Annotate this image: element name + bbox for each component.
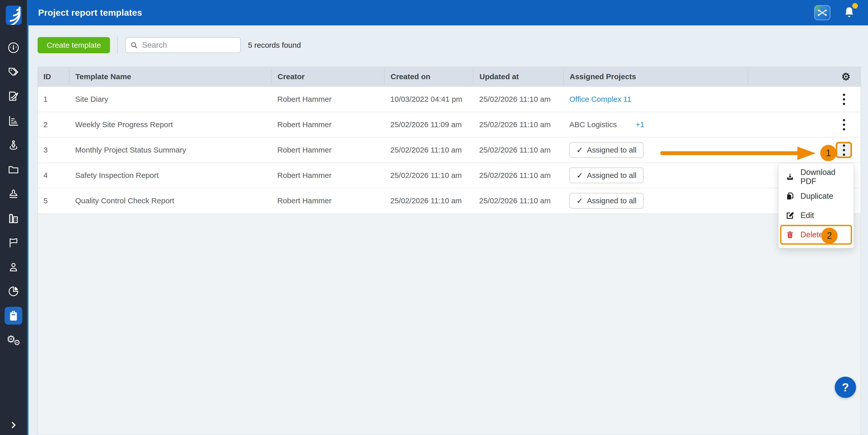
sidebar-item-companies[interactable] [0,206,27,230]
search-box [125,37,241,53]
pie-chart-icon [8,286,19,297]
cell-updated-at: 25/02/2026 11:10 am [473,171,563,180]
row-actions-kebab-button-highlighted[interactable] [836,142,852,158]
page-title: Project report templates [38,8,142,18]
edit-icon [786,211,794,220]
trash-icon [786,230,794,239]
stamp-icon [8,188,19,200]
table-row: 5 Quality Control Check Report Robert Ha… [38,188,861,214]
column-header-created-on[interactable]: Created on [384,69,473,84]
menu-item-label: Edit [801,211,814,220]
sidebar-item-site-location[interactable] [0,133,27,157]
row-actions-kebab-button[interactable] [836,91,852,107]
menu-item-download-pdf[interactable]: Download PDF [779,167,854,187]
toolbar: Create template 5 records found [38,37,301,53]
column-header-updated-at[interactable]: Updated at [473,69,563,84]
assigned-projects-more-link[interactable]: +1 [636,120,644,129]
assigned-to-all-badge: ✓ Assigned to all [569,168,644,183]
table-header-row: ID Template Name Creator Created on Upda… [38,66,861,87]
annotation-step-2: 2 [821,228,838,244]
templates-table-card: ID Template Name Creator Created on Upda… [38,66,861,435]
column-header-creator[interactable]: Creator [271,69,384,84]
sidebar-item-milestones[interactable] [0,230,27,255]
notifications-button[interactable] [844,6,855,19]
check-icon: ✓ [577,196,583,205]
menu-item-label: Download PDF [801,168,846,186]
flag-icon [8,237,19,248]
cell-created-on: 25/02/2026 11:09 am [384,120,473,129]
sidebar-item-approvals[interactable] [0,182,27,206]
toolbar-divider [117,37,118,54]
cell-updated-at: 25/02/2026 11:10 am [473,146,563,154]
sidebar-nav: ⚙⚙ [0,36,27,352]
duplicate-icon [786,192,794,200]
app-switcher-button[interactable] [814,5,830,20]
cell-id: 3 [38,146,69,154]
cell-created-on: 10/03/2022 04:41 pm [384,95,473,104]
menu-item-label: Delete [801,230,823,239]
sidebar-item-settings[interactable]: ⚙⚙ [0,328,27,352]
sidebar-item-tags[interactable] [0,60,27,84]
active-item-highlight [5,307,22,325]
column-header-assigned-projects[interactable]: Assigned Projects [563,69,748,84]
chevron-right-icon [9,421,18,429]
cell-id: 4 [38,171,69,180]
badge-label: Assigned to all [587,196,637,205]
sidebar-item-dashboard[interactable] [0,36,27,60]
sidebar-item-reports[interactable] [0,109,27,133]
menu-item-delete[interactable]: Delete [779,225,854,244]
assigned-project-link[interactable]: Office Complex 11 [569,95,631,103]
cell-id: 5 [38,196,69,205]
cell-creator: Robert Hammer [271,196,384,205]
create-template-button[interactable]: Create template [38,37,110,53]
cell-created-on: 25/02/2026 11:10 am [384,196,473,205]
cell-created-on: 25/02/2026 11:10 am [384,171,473,180]
records-found-text: 5 records found [248,41,301,49]
top-header-bar: Project report templates [28,0,868,25]
search-input[interactable] [142,41,236,50]
column-header-id[interactable]: ID [38,69,69,84]
cell-updated-at: 25/02/2026 11:10 am [473,95,563,104]
settings-gears-icon: ⚙⚙ [7,334,21,346]
cell-updated-at: 25/02/2026 11:10 am [473,196,563,205]
cell-updated-at: 25/02/2026 11:10 am [473,120,563,129]
person-icon [8,261,19,273]
cell-created-on: 25/02/2026 11:10 am [384,146,473,154]
row-actions-kebab-button[interactable] [836,116,852,133]
row-actions-dropdown-menu: Download PDF Duplicate Edit Delete [778,163,854,248]
sidebar-item-site-diary[interactable] [0,84,27,109]
check-icon: ✓ [577,146,583,155]
annotation-step-1: 1 [820,145,837,161]
notification-badge [852,3,858,9]
document-edit-icon [8,91,19,102]
cell-template-name: Quality Control Check Report [69,196,271,205]
question-mark-icon: ? [842,380,849,394]
cell-creator: Robert Hammer [271,146,384,154]
app-switcher-icon [817,8,827,17]
column-header-template-name[interactable]: Template Name [69,69,271,84]
cell-creator: Robert Hammer [271,171,384,180]
sidebar-item-documents[interactable] [0,157,27,182]
person-pin-icon [8,139,19,151]
buildings-icon [8,212,19,224]
table-row: 4 Safety Inspection Report Robert Hammer… [38,163,861,188]
cell-template-name: Safety Inspection Report [69,171,271,180]
sidebar-item-users[interactable] [0,255,27,279]
table-row: 2 Weekly Site Progress Report Robert Ham… [38,112,861,138]
check-icon: ✓ [577,171,583,180]
badge-label: Assigned to all [587,171,637,180]
search-icon [130,41,138,49]
sidebar-item-report-templates[interactable] [0,304,27,328]
cell-creator: Robert Hammer [271,120,384,129]
cell-creator: Robert Hammer [271,95,384,104]
sidebar-item-analytics[interactable] [0,279,27,304]
column-header-actions: ⚙ [748,69,861,84]
menu-item-duplicate[interactable]: Duplicate [779,187,854,206]
menu-item-label: Duplicate [801,192,833,201]
help-button[interactable]: ? [835,377,856,398]
sidebar-expand-button[interactable] [0,421,27,429]
app-logo[interactable] [6,6,22,25]
menu-item-edit[interactable]: Edit [779,206,854,225]
tags-icon [8,66,19,78]
column-settings-gear-icon[interactable]: ⚙ [841,72,850,82]
